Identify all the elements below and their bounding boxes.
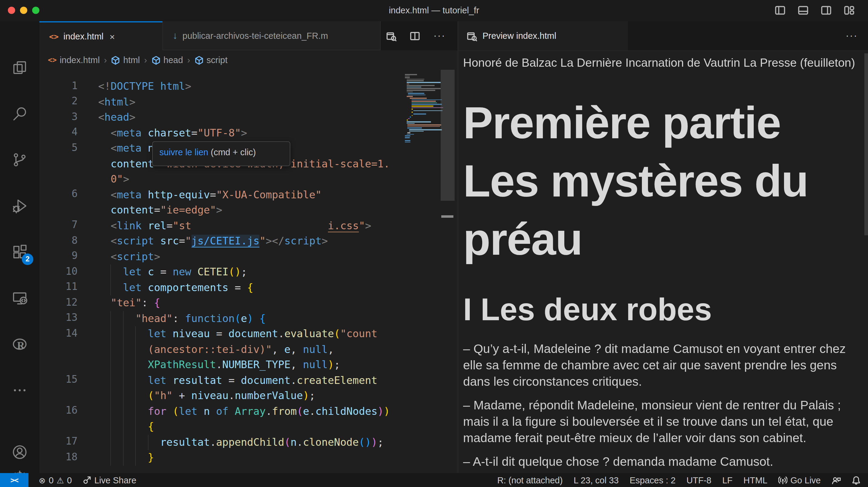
indent-guide [148, 434, 149, 450]
activity-item-search[interactable] [0, 98, 39, 129]
toggle-secondary-sidebar-icon[interactable] [821, 5, 832, 16]
code-row[interactable]: { [148, 419, 154, 434]
code-editor[interactable]: 1<!DOCTYPE html>2<html>3<head>4<meta cha… [39, 70, 458, 473]
go-live-button[interactable]: Go Live [778, 475, 821, 485]
tab-publicar-archivos-tei-ceteicean-fr-m[interactable]: ↓publicar-archivos-tei-ceteicean_FR.m [162, 21, 381, 50]
code-row[interactable]: <script src="js/CETEI.js"></script> [111, 234, 328, 249]
code-link[interactable]: js/CETEI.js [191, 235, 259, 247]
code-row[interactable]: <!DOCTYPE html> [98, 79, 191, 94]
minimap-line [405, 135, 411, 136]
eol-status[interactable]: LF [722, 475, 733, 485]
encoding-status[interactable]: UTF-8 [686, 475, 711, 485]
code-token: cloneNode [303, 436, 359, 448]
remote-indicator[interactable]: >< [0, 473, 29, 487]
indent-guide [111, 373, 111, 388]
code-token: < [111, 188, 117, 201]
toggle-primary-sidebar-icon[interactable] [775, 5, 785, 16]
minimap-line [406, 83, 409, 84]
code-row[interactable]: <meta charset="UTF-8"> [111, 125, 247, 141]
activity-item-explorer[interactable] [0, 52, 39, 83]
line-number: 15 [39, 373, 78, 385]
code-token: : [173, 312, 185, 324]
code-row[interactable]: <html> [98, 94, 135, 110]
code-row[interactable]: let c = new CETEI(); [123, 265, 247, 280]
code-row[interactable]: <script> [111, 249, 160, 265]
code-row[interactable]: 0"> [111, 172, 129, 187]
breadcrumb-item-head[interactable]: head [151, 55, 183, 65]
minimap-line [411, 99, 442, 100]
preview-more-actions-button[interactable]: ··· [845, 21, 858, 50]
code-row[interactable]: let resultat = document.createElement [148, 373, 378, 388]
r-session-status[interactable]: R: (not attached) [497, 475, 563, 485]
feedback-icon[interactable] [832, 476, 841, 485]
notifications-icon[interactable] [851, 476, 861, 485]
code-row[interactable]: for (let n of Array.from(e.childNodes)) [148, 404, 390, 419]
customize-layout-icon[interactable] [844, 5, 855, 16]
tab-preview-index-html[interactable]: Preview index.html [458, 21, 628, 50]
cursor-position[interactable]: L 23, col 33 [574, 475, 619, 485]
code-token: appendChild [216, 436, 284, 448]
code-token: from [272, 405, 297, 417]
breadcrumb-label: script [207, 55, 227, 65]
code-token: " [185, 235, 191, 247]
code-row[interactable]: XPathResult.NUMBER_TYPE, null); [148, 357, 340, 373]
code-row[interactable]: resultat.appendChild(n.cloneNode()); [160, 434, 384, 450]
indent-guide [111, 357, 111, 373]
code-token: XPathResult [148, 359, 216, 370]
indent-guide [111, 404, 111, 419]
code-row[interactable]: let comportements = { [123, 280, 253, 295]
activity-item-more[interactable] [0, 374, 39, 406]
tab-index-html[interactable]: <>index.html× [39, 21, 162, 50]
breadcrumb-item-html[interactable]: html [111, 55, 140, 65]
indentation-status[interactable]: Espaces : 2 [630, 475, 676, 485]
breadcrumb-separator: › [104, 55, 107, 65]
close-icon[interactable]: × [110, 31, 115, 41]
problems-status[interactable]: ⊗0⚠0 [39, 475, 72, 485]
code-token: ; [377, 436, 384, 448]
code-token: e [241, 312, 247, 324]
breadcrumb-item-script[interactable]: script [194, 55, 227, 65]
code-token: () [228, 266, 241, 278]
activity-item-remote-explorer[interactable] [0, 282, 39, 313]
code-token: . [228, 389, 235, 401]
breadcrumb-item-index.html[interactable]: <>index.html [48, 55, 100, 65]
code-row[interactable]: "tei": { [111, 295, 160, 311]
activity-item-source-control[interactable] [0, 144, 39, 175]
more-actions-button[interactable]: ··· [433, 30, 445, 42]
code-row[interactable]: let niveau = document.evaluate("count [148, 326, 378, 342]
preview-heading-2: I Les deux robes [463, 291, 858, 328]
line-number: 11 [39, 281, 78, 292]
code-token: let [148, 328, 166, 340]
language-mode[interactable]: HTML [743, 475, 767, 485]
code-row[interactable]: ("h" + niveau.numberValue); [148, 388, 315, 404]
minimap-line [406, 88, 440, 89]
live-share-status[interactable]: Live Share [82, 475, 136, 485]
code-row[interactable]: content="ie=edge"> [111, 203, 222, 218]
code-row[interactable]: <meta http-equiv="X-UA-Compatible" [111, 187, 321, 203]
open-preview-to-side-button[interactable] [386, 31, 396, 41]
split-editor-button[interactable] [410, 31, 420, 41]
code-token: e [284, 343, 291, 355]
follow-link-action[interactable]: suivre le lien [159, 147, 208, 157]
code-row[interactable]: } [148, 450, 154, 465]
code-row[interactable]: "head": function(e) { [135, 311, 266, 326]
code-token: = [179, 235, 185, 247]
code-token: http-equiv [142, 188, 210, 201]
code-token: NUMBER_TYPE [222, 359, 290, 370]
activity-item-r-language[interactable]: R [0, 328, 39, 360]
code-row[interactable]: <link rel="st i.css"> [111, 218, 371, 234]
editor-scrollbar-slider[interactable] [441, 70, 455, 201]
code-row[interactable]: (ancestor::tei-div)", e, null, [148, 342, 334, 357]
code-token: document [228, 328, 278, 340]
code-token: html [104, 95, 129, 108]
activity-item-extensions[interactable]: 2 [0, 236, 39, 268]
line-number: 3 [39, 111, 78, 122]
minimap[interactable] [405, 74, 440, 153]
code-link[interactable]: i.css [328, 219, 359, 232]
code-token: niveau [191, 389, 228, 401]
toggle-panel-icon[interactable] [798, 5, 809, 16]
code-token [191, 219, 328, 232]
activity-item-run-debug[interactable] [0, 190, 39, 221]
code-row[interactable]: <head> [98, 110, 135, 125]
preview-scrollbar[interactable] [864, 53, 868, 235]
